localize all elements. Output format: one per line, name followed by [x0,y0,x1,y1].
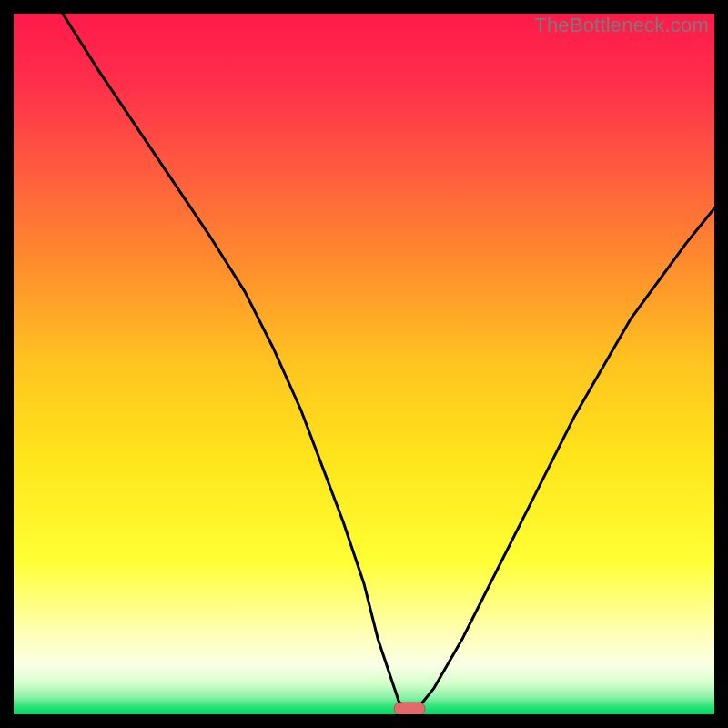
watermark-text: TheBottleneck.com [534,14,709,37]
bottleneck-chart [14,14,714,714]
gradient-background [14,14,714,714]
optimal-marker [394,703,425,714]
chart-frame: TheBottleneck.com [14,14,714,714]
